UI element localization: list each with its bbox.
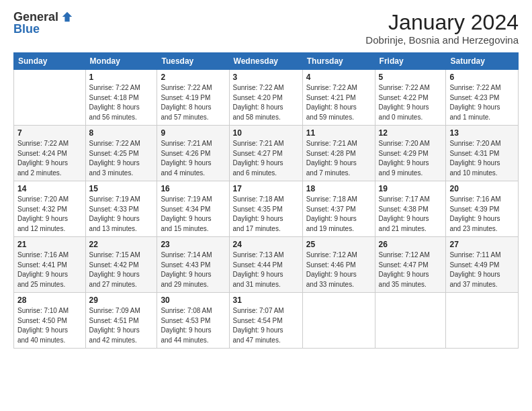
day-number: 28 (17, 295, 82, 305)
table-row (302, 293, 375, 349)
table-row: 31Sunrise: 7:07 AMSunset: 4:54 PMDayligh… (229, 293, 302, 349)
header-tuesday: Tuesday (157, 53, 229, 70)
calendar-week-2: 7Sunrise: 7:22 AMSunset: 4:24 PMDaylight… (14, 126, 519, 181)
day-number: 18 (306, 184, 371, 193)
day-number: 9 (161, 128, 225, 138)
day-number: 4 (306, 73, 371, 82)
table-row: 16Sunrise: 7:19 AMSunset: 4:34 PMDayligh… (157, 181, 229, 237)
day-info: Sunrise: 7:19 AMSunset: 4:33 PMDaylight:… (89, 195, 154, 234)
day-info: Sunrise: 7:22 AMSunset: 4:20 PMDaylight:… (233, 83, 299, 122)
day-number: 16 (161, 184, 225, 193)
day-info: Sunrise: 7:22 AMSunset: 4:18 PMDaylight:… (89, 83, 154, 122)
table-row: 1Sunrise: 7:22 AMSunset: 4:18 PMDaylight… (85, 70, 157, 126)
day-info: Sunrise: 7:17 AMSunset: 4:38 PMDaylight:… (379, 195, 443, 234)
day-info: Sunrise: 7:21 AMSunset: 4:27 PMDaylight:… (233, 139, 299, 178)
day-number: 14 (17, 184, 82, 193)
day-number: 1 (89, 73, 154, 82)
day-number: 17 (233, 184, 299, 193)
day-info: Sunrise: 7:22 AMSunset: 4:25 PMDaylight:… (89, 139, 154, 178)
day-number: 20 (449, 184, 515, 193)
day-number: 5 (379, 73, 443, 82)
month-title: January 2024 (365, 11, 519, 34)
logo-icon (61, 11, 73, 23)
day-info: Sunrise: 7:15 AMSunset: 4:42 PMDaylight:… (89, 250, 154, 289)
day-number: 24 (233, 240, 299, 249)
header-saturday: Saturday (446, 53, 519, 70)
table-row (446, 293, 519, 349)
day-info: Sunrise: 7:18 AMSunset: 4:35 PMDaylight:… (233, 195, 299, 234)
table-row: 28Sunrise: 7:10 AMSunset: 4:50 PMDayligh… (14, 293, 86, 349)
day-number: 13 (449, 128, 515, 138)
header-monday: Monday (85, 53, 157, 70)
day-info: Sunrise: 7:12 AMSunset: 4:46 PMDaylight:… (306, 250, 371, 289)
day-number: 2 (161, 73, 225, 82)
header-friday: Friday (375, 53, 446, 70)
day-number: 15 (89, 184, 154, 193)
day-info: Sunrise: 7:12 AMSunset: 4:47 PMDaylight:… (379, 250, 443, 289)
day-number: 19 (379, 184, 443, 193)
header-thursday: Thursday (302, 53, 375, 70)
title-block: January 2024 Dobrinje, Bosnia and Herzeg… (365, 11, 519, 46)
table-row: 18Sunrise: 7:18 AMSunset: 4:37 PMDayligh… (302, 181, 375, 237)
table-row: 2Sunrise: 7:22 AMSunset: 4:19 PMDaylight… (157, 70, 229, 126)
day-info: Sunrise: 7:22 AMSunset: 4:21 PMDaylight:… (306, 83, 371, 122)
table-row: 22Sunrise: 7:15 AMSunset: 4:42 PMDayligh… (85, 237, 157, 293)
day-number: 6 (449, 73, 515, 82)
table-row: 24Sunrise: 7:13 AMSunset: 4:44 PMDayligh… (229, 237, 302, 293)
table-row: 6Sunrise: 7:22 AMSunset: 4:23 PMDaylight… (446, 70, 519, 126)
table-row: 20Sunrise: 7:16 AMSunset: 4:39 PMDayligh… (446, 181, 519, 237)
table-row: 5Sunrise: 7:22 AMSunset: 4:22 PMDaylight… (375, 70, 446, 126)
table-row: 3Sunrise: 7:22 AMSunset: 4:20 PMDaylight… (229, 70, 302, 126)
day-info: Sunrise: 7:16 AMSunset: 4:39 PMDaylight:… (449, 195, 515, 234)
table-row: 9Sunrise: 7:21 AMSunset: 4:26 PMDaylight… (157, 126, 229, 181)
day-number: 22 (89, 240, 154, 249)
day-info: Sunrise: 7:08 AMSunset: 4:53 PMDaylight:… (161, 306, 225, 345)
table-row: 13Sunrise: 7:20 AMSunset: 4:31 PMDayligh… (446, 126, 519, 181)
weekday-header-row: Sunday Monday Tuesday Wednesday Thursday… (14, 53, 519, 70)
day-info: Sunrise: 7:22 AMSunset: 4:22 PMDaylight:… (379, 83, 443, 122)
table-row: 17Sunrise: 7:18 AMSunset: 4:35 PMDayligh… (229, 181, 302, 237)
table-row: 30Sunrise: 7:08 AMSunset: 4:53 PMDayligh… (157, 293, 229, 349)
day-number: 12 (379, 128, 443, 138)
day-info: Sunrise: 7:22 AMSunset: 4:23 PMDaylight:… (449, 83, 515, 122)
table-row (14, 70, 86, 126)
day-info: Sunrise: 7:14 AMSunset: 4:43 PMDaylight:… (161, 250, 225, 289)
day-info: Sunrise: 7:22 AMSunset: 4:24 PMDaylight:… (17, 139, 82, 178)
table-row: 14Sunrise: 7:20 AMSunset: 4:32 PMDayligh… (14, 181, 86, 237)
header-wednesday: Wednesday (229, 53, 302, 70)
day-number: 3 (233, 73, 299, 82)
header: General Blue January 2024 Dobrinje, Bosn… (13, 11, 519, 46)
day-number: 21 (17, 240, 82, 249)
logo: General Blue (13, 11, 73, 35)
calendar-week-3: 14Sunrise: 7:20 AMSunset: 4:32 PMDayligh… (14, 181, 519, 237)
table-row: 27Sunrise: 7:11 AMSunset: 4:49 PMDayligh… (446, 237, 519, 293)
table-row: 10Sunrise: 7:21 AMSunset: 4:27 PMDayligh… (229, 126, 302, 181)
header-sunday: Sunday (14, 53, 86, 70)
day-number: 25 (306, 240, 371, 249)
table-row: 8Sunrise: 7:22 AMSunset: 4:25 PMDaylight… (85, 126, 157, 181)
location-subtitle: Dobrinje, Bosnia and Herzegovina (365, 34, 519, 46)
table-row: 25Sunrise: 7:12 AMSunset: 4:46 PMDayligh… (302, 237, 375, 293)
day-info: Sunrise: 7:22 AMSunset: 4:19 PMDaylight:… (161, 83, 225, 122)
day-info: Sunrise: 7:07 AMSunset: 4:54 PMDaylight:… (233, 306, 299, 345)
logo-blue-text: Blue (13, 23, 40, 35)
table-row: 21Sunrise: 7:16 AMSunset: 4:41 PMDayligh… (14, 237, 86, 293)
day-info: Sunrise: 7:20 AMSunset: 4:29 PMDaylight:… (379, 139, 443, 178)
table-row: 19Sunrise: 7:17 AMSunset: 4:38 PMDayligh… (375, 181, 446, 237)
day-info: Sunrise: 7:20 AMSunset: 4:32 PMDaylight:… (17, 195, 82, 234)
calendar-week-5: 28Sunrise: 7:10 AMSunset: 4:50 PMDayligh… (14, 293, 519, 349)
day-number: 10 (233, 128, 299, 138)
day-info: Sunrise: 7:13 AMSunset: 4:44 PMDaylight:… (233, 250, 299, 289)
table-row: 7Sunrise: 7:22 AMSunset: 4:24 PMDaylight… (14, 126, 86, 181)
day-number: 11 (306, 128, 371, 138)
day-info: Sunrise: 7:18 AMSunset: 4:37 PMDaylight:… (306, 195, 371, 234)
day-number: 29 (89, 295, 154, 305)
day-info: Sunrise: 7:21 AMSunset: 4:26 PMDaylight:… (161, 139, 225, 178)
calendar-week-4: 21Sunrise: 7:16 AMSunset: 4:41 PMDayligh… (14, 237, 519, 293)
day-info: Sunrise: 7:20 AMSunset: 4:31 PMDaylight:… (449, 139, 515, 178)
table-row: 23Sunrise: 7:14 AMSunset: 4:43 PMDayligh… (157, 237, 229, 293)
table-row (375, 293, 446, 349)
page: General Blue January 2024 Dobrinje, Bosn… (0, 0, 532, 411)
day-number: 27 (449, 240, 515, 249)
table-row: 4Sunrise: 7:22 AMSunset: 4:21 PMDaylight… (302, 70, 375, 126)
